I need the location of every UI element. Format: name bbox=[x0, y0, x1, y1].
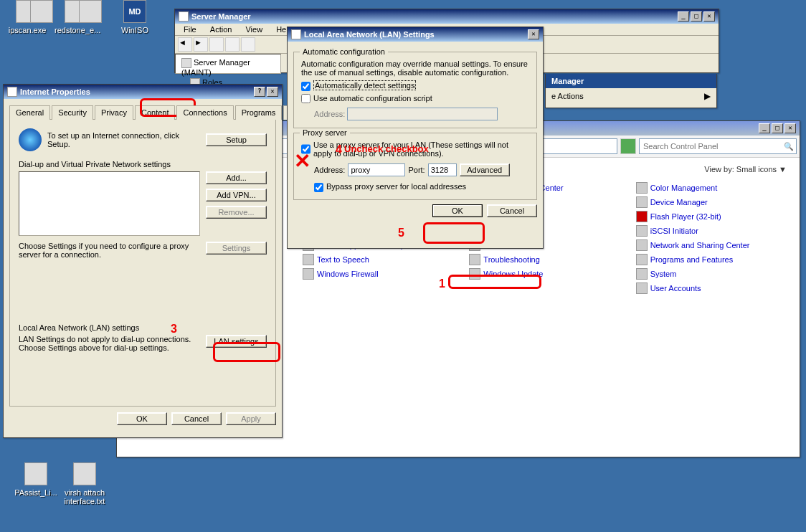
tree-root[interactable]: Server Manager (MAINT) bbox=[179, 57, 278, 77]
cp-item-troubleshoot[interactable]: Troubleshooting bbox=[466, 252, 625, 267]
close-button[interactable]: ✕ bbox=[528, 29, 539, 39]
cp-label: Windows Update bbox=[483, 270, 543, 278]
proxy-address-input[interactable] bbox=[348, 163, 405, 176]
use-proxy-checkbox[interactable] bbox=[301, 141, 310, 158]
cp-item-programs[interactable]: Programs and Features bbox=[633, 252, 792, 267]
desktop-icon[interactable]: PAssist_Li... bbox=[14, 462, 57, 497]
cp-item-color[interactable]: Color Management bbox=[633, 181, 792, 195]
pane-header: Manager bbox=[546, 74, 716, 88]
cp-item-flash[interactable]: Flash Player (32-bit) bbox=[633, 209, 792, 224]
go-button[interactable] bbox=[620, 138, 636, 154]
dialup-list[interactable] bbox=[19, 171, 200, 236]
auto-detect-checkbox[interactable] bbox=[301, 82, 310, 91]
app-icon bbox=[30, 0, 53, 23]
window-title: Server Manager bbox=[191, 12, 251, 21]
cp-item-iscsi[interactable]: iSCSI Initiator bbox=[633, 224, 792, 238]
auto-script-label[interactable]: Use automatic configuration script bbox=[301, 94, 432, 104]
tabs: General Security Privacy Content Connect… bbox=[9, 105, 276, 120]
icon-label: virsh attach interface.txt bbox=[63, 488, 106, 505]
menu-action[interactable]: Action bbox=[204, 24, 238, 35]
search-bar[interactable]: 🔍 bbox=[639, 138, 797, 154]
auto-script-checkbox[interactable] bbox=[301, 94, 310, 103]
close-button[interactable]: ✕ bbox=[703, 11, 715, 22]
maximize-button[interactable]: □ bbox=[691, 11, 702, 22]
cp-label: Windows Firewall bbox=[317, 270, 379, 278]
app-icon bbox=[79, 0, 102, 23]
desktop-icon[interactable] bbox=[20, 0, 63, 26]
tree-view[interactable]: Server Manager (MAINT) Roles bbox=[175, 54, 281, 74]
desktop-icon[interactable]: virsh attach interface.txt bbox=[63, 462, 106, 505]
desktop-icon[interactable] bbox=[69, 0, 112, 26]
cp-item-firewall[interactable]: Windows Firewall bbox=[300, 267, 459, 281]
cp-item-users[interactable]: User Accounts bbox=[633, 281, 792, 295]
cancel-button[interactable]: Cancel bbox=[487, 204, 537, 217]
auto-config-group: Automatic configuration Automatic config… bbox=[293, 52, 537, 128]
cancel-button[interactable]: Cancel bbox=[171, 412, 222, 425]
port-label: Port: bbox=[408, 166, 425, 174]
forward-icon[interactable]: ► bbox=[194, 37, 208, 52]
ok-button[interactable]: OK bbox=[117, 412, 167, 425]
viewby-label: View by: bbox=[704, 165, 734, 174]
minimize-button[interactable]: _ bbox=[759, 123, 770, 133]
pane-title: Manager bbox=[551, 77, 584, 85]
chevron-right-icon: ▶ bbox=[704, 91, 711, 101]
titlebar[interactable]: Local Area Network (LAN) Settings ✕ bbox=[288, 27, 543, 42]
cp-label: User Accounts bbox=[650, 284, 701, 293]
apply-button[interactable]: Apply bbox=[226, 412, 276, 425]
tab-connections[interactable]: Connections bbox=[176, 105, 233, 120]
search-icon[interactable]: 🔍 bbox=[783, 142, 795, 151]
search-input[interactable] bbox=[641, 140, 783, 153]
cp-item-winupdate[interactable]: Windows Update bbox=[466, 267, 625, 281]
tab-content[interactable]: Content bbox=[135, 105, 176, 120]
cp-item-system[interactable]: System bbox=[633, 267, 792, 281]
cp-item-network[interactable]: Network and Sharing Center bbox=[633, 238, 792, 252]
tab-programs[interactable]: Programs bbox=[235, 105, 283, 120]
tab-privacy[interactable]: Privacy bbox=[95, 105, 133, 120]
viewby-dropdown[interactable]: Small icons ▼ bbox=[736, 165, 787, 174]
menu-file[interactable]: File bbox=[178, 24, 202, 35]
close-button[interactable]: ✕ bbox=[784, 123, 796, 133]
cp-item-tts[interactable]: Text to Speech bbox=[300, 252, 459, 267]
ok-button[interactable]: OK bbox=[432, 204, 483, 217]
tab-general[interactable]: General bbox=[9, 105, 50, 120]
use-proxy-label[interactable]: Use a proxy server for your LAN (These s… bbox=[301, 141, 529, 158]
port-input[interactable] bbox=[428, 163, 457, 176]
add-vpn-button[interactable]: Add VPN... bbox=[206, 189, 267, 201]
cp-label: Device Manager bbox=[650, 198, 708, 206]
system-icon bbox=[636, 268, 648, 280]
settings-button[interactable]: Settings bbox=[206, 242, 267, 255]
app-icon bbox=[24, 462, 47, 485]
properties-icon[interactable] bbox=[225, 37, 240, 52]
setup-button[interactable]: Setup bbox=[206, 133, 267, 146]
help-button[interactable]: ? bbox=[254, 87, 265, 97]
help-icon[interactable] bbox=[241, 37, 255, 52]
network-icon bbox=[636, 239, 648, 251]
color-icon bbox=[636, 182, 648, 194]
cp-label: Programs and Features bbox=[650, 255, 734, 264]
auto-detect-label[interactable]: Automatically detect settings bbox=[301, 81, 416, 90]
cp-item-devmgr[interactable]: Device Manager bbox=[633, 195, 792, 209]
back-icon[interactable]: ◄ bbox=[178, 37, 192, 52]
titlebar[interactable]: Internet Properties ? ✕ bbox=[4, 85, 282, 99]
advanced-button[interactable]: Advanced bbox=[460, 163, 510, 176]
titlebar[interactable]: Server Manager _ □ ✕ bbox=[175, 9, 719, 24]
lan-settings-dialog: Local Area Network (LAN) Settings ✕ Auto… bbox=[287, 27, 544, 249]
refresh-icon[interactable] bbox=[209, 37, 224, 52]
action-row[interactable]: e Actions▶ bbox=[546, 88, 716, 104]
remove-button[interactable]: Remove... bbox=[206, 206, 267, 219]
minimize-button[interactable]: _ bbox=[678, 11, 689, 22]
close-button[interactable]: ✕ bbox=[267, 87, 278, 97]
tab-security[interactable]: Security bbox=[52, 105, 93, 120]
add-button[interactable]: Add... bbox=[206, 171, 267, 184]
lan-settings-button[interactable]: LAN settings bbox=[206, 335, 267, 348]
desktop-icon[interactable]: MD bbox=[113, 0, 156, 26]
choose-text: Choose Settings if you need to configure… bbox=[19, 242, 200, 259]
bypass-label[interactable]: Bypass proxy server for local addresses bbox=[301, 182, 466, 192]
iscsi-icon bbox=[636, 225, 648, 237]
menu-view[interactable]: View bbox=[240, 24, 268, 35]
maximize-button[interactable]: □ bbox=[772, 123, 783, 133]
auto-text: Automatic configuration may override man… bbox=[301, 60, 529, 77]
bypass-checkbox[interactable] bbox=[314, 183, 323, 192]
internet-properties-dialog: Internet Properties ? ✕ General Security… bbox=[3, 84, 283, 438]
script-address-input bbox=[347, 108, 498, 120]
